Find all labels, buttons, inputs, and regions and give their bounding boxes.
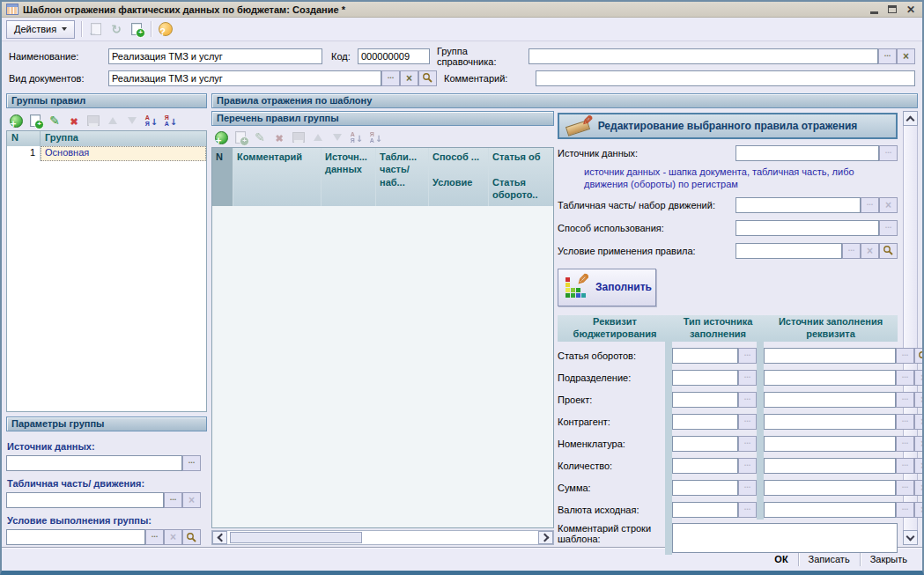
source-select-button[interactable] [896, 348, 914, 364]
delete-icon[interactable] [271, 129, 287, 145]
source-open-button[interactable] [914, 348, 924, 364]
minimize-button[interactable] [867, 4, 881, 16]
type-select-button[interactable] [738, 392, 757, 408]
source-clear-button[interactable] [914, 458, 924, 474]
catalog-group-clear-button[interactable] [897, 48, 915, 64]
editor-tabular-select-button[interactable] [861, 197, 879, 213]
column-header-tabular[interactable]: Табли... часть/ наб... [376, 148, 429, 206]
source-input[interactable] [764, 502, 896, 518]
source-input[interactable] [764, 480, 896, 496]
catalog-group-input[interactable] [529, 48, 878, 64]
type-input[interactable] [672, 458, 738, 474]
source-select-button[interactable] [896, 392, 914, 408]
source-clear-button[interactable] [914, 370, 924, 386]
source-input[interactable] [764, 370, 896, 386]
edit-icon[interactable] [252, 129, 268, 145]
scroll-down-button[interactable] [903, 530, 918, 545]
add-icon[interactable] [213, 129, 229, 145]
group-condition-clear-button[interactable] [164, 529, 182, 545]
scroll-right-button[interactable] [538, 531, 553, 544]
editor-source-input[interactable] [736, 145, 879, 161]
reread-icon[interactable] [88, 21, 104, 37]
group-tabular-select-button[interactable] [164, 492, 182, 508]
source-select-button[interactable] [896, 436, 914, 452]
source-clear-button[interactable] [914, 480, 924, 496]
column-header-comment[interactable]: Комментарий [233, 148, 322, 206]
fill-button[interactable]: Заполнить [558, 269, 656, 306]
source-input[interactable] [764, 458, 896, 474]
column-header-item[interactable]: Статья об Статья оборото.. [489, 148, 553, 206]
source-input[interactable] [764, 392, 896, 408]
type-input[interactable] [672, 480, 738, 496]
scrollbar-thumb[interactable] [230, 532, 362, 543]
add-icon[interactable] [8, 113, 24, 129]
scrollbar-track[interactable] [227, 531, 538, 544]
editor-usage-select-button[interactable] [879, 220, 898, 236]
type-input[interactable] [672, 436, 738, 452]
finish-edit-icon[interactable] [291, 129, 307, 145]
copy-new-icon[interactable] [129, 21, 144, 37]
finish-edit-icon[interactable] [85, 113, 101, 129]
editor-condition-input[interactable] [736, 243, 842, 259]
column-header-source[interactable]: Источн... данных [322, 148, 376, 206]
move-up-icon[interactable] [310, 129, 326, 145]
move-up-icon[interactable] [105, 113, 121, 129]
editor-condition-clear-button[interactable] [861, 243, 879, 259]
editor-tabular-input[interactable] [736, 197, 861, 213]
type-input[interactable] [672, 414, 738, 430]
code-input[interactable] [358, 48, 430, 64]
source-clear-button[interactable] [914, 502, 924, 518]
type-select-button[interactable] [738, 370, 757, 386]
move-down-icon[interactable] [329, 129, 345, 145]
type-select-button[interactable] [738, 348, 757, 364]
group-condition-select-button[interactable] [145, 529, 164, 545]
group-condition-open-button[interactable] [182, 529, 201, 545]
editor-condition-open-button[interactable] [879, 243, 898, 259]
column-header-n[interactable]: N [7, 131, 41, 146]
sort-asc-icon[interactable] [144, 113, 159, 129]
editor-source-select-button[interactable] [879, 145, 898, 161]
edit-icon[interactable] [47, 113, 63, 129]
close-button[interactable] [904, 4, 918, 16]
sort-asc-icon[interactable] [349, 129, 365, 145]
source-clear-button[interactable] [914, 414, 924, 430]
source-input[interactable] [764, 436, 896, 452]
group-source-select-button[interactable] [182, 455, 201, 471]
doctype-select-button[interactable] [381, 70, 400, 86]
source-select-button[interactable] [896, 458, 914, 474]
group-condition-input[interactable] [6, 529, 145, 545]
comment-input[interactable] [536, 70, 915, 86]
type-select-button[interactable] [738, 436, 757, 452]
group-tabular-clear-button[interactable] [182, 492, 201, 508]
type-select-button[interactable] [738, 414, 757, 430]
doctype-input[interactable] [108, 70, 381, 86]
type-input[interactable] [672, 348, 738, 364]
group-source-input[interactable] [6, 455, 182, 471]
move-down-icon[interactable] [124, 113, 140, 129]
source-input[interactable] [764, 414, 896, 430]
scroll-up-button[interactable] [903, 111, 918, 126]
maximize-button[interactable] [885, 4, 899, 16]
sort-desc-icon[interactable] [368, 129, 384, 145]
catalog-group-select-button[interactable] [878, 48, 897, 64]
name-input[interactable] [108, 48, 322, 64]
source-input[interactable] [764, 348, 896, 364]
source-select-button[interactable] [896, 502, 914, 518]
copy-icon[interactable] [233, 129, 248, 145]
editor-tabular-clear-button[interactable] [879, 197, 898, 213]
source-select-button[interactable] [896, 414, 914, 430]
group-tabular-input[interactable] [6, 492, 164, 508]
editor-usage-input[interactable] [736, 220, 879, 236]
help-icon[interactable] [158, 21, 174, 37]
type-select-button[interactable] [738, 502, 757, 518]
column-header-group[interactable]: Группа [41, 131, 206, 146]
doctype-open-button[interactable] [418, 70, 437, 86]
source-clear-button[interactable] [914, 436, 924, 452]
editor-condition-select-button[interactable] [842, 243, 861, 259]
column-header-n[interactable]: N [212, 148, 233, 206]
type-input[interactable] [672, 370, 738, 386]
type-select-button[interactable] [738, 458, 757, 474]
refresh-icon[interactable] [108, 21, 124, 37]
source-select-button[interactable] [896, 370, 914, 386]
delete-icon[interactable] [66, 113, 82, 129]
